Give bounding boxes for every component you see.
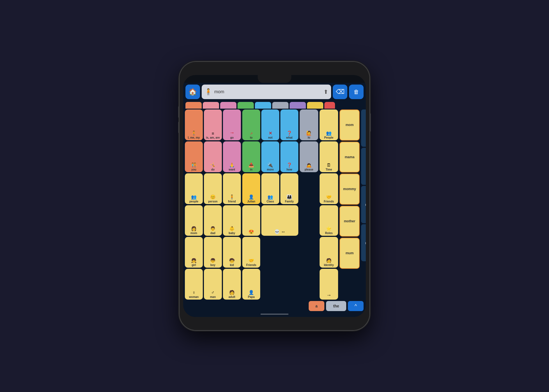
tile-boy[interactable]: 👦 boy — [204, 237, 222, 268]
tile-identity-category[interactable]: 🧑 Identity — [320, 237, 338, 268]
tile-people-category[interactable]: 👥 People — [320, 109, 338, 140]
more-icon: 🔌 — [267, 162, 273, 168]
tile-how[interactable]: ❓ how — [280, 141, 298, 172]
tile-emoji-skull[interactable]: 💀 ↔ — [261, 205, 298, 236]
tile-emoji-love[interactable]: 😍 — [242, 205, 260, 236]
family-icon: 👨‍👩‍👧 — [287, 194, 292, 200]
tile-to[interactable]: ↗ to — [242, 109, 260, 140]
tile-please[interactable]: 🙇 please — [300, 141, 318, 172]
suggestion-mama[interactable]: mama — [339, 142, 360, 173]
identity-category-icon: 🧑 — [326, 258, 332, 263]
category-tab-green[interactable] — [238, 102, 254, 109]
nav-up-icon: ^ — [355, 303, 357, 309]
what-icon: ❓ — [287, 130, 292, 136]
tile-papa[interactable]: 👤 Papa — [242, 269, 260, 300]
tile-person[interactable]: 😊 person — [204, 173, 222, 204]
word-moms-plural-label: moms' — [365, 241, 366, 245]
class-icon: 👥 — [267, 194, 273, 200]
tile-class[interactable]: 👥 Class — [261, 173, 279, 204]
tile-friends-middle-label: Friends — [246, 263, 256, 267]
tile-do[interactable]: 🤸 do — [204, 141, 222, 172]
suggestion-mama-label: mama — [345, 155, 355, 159]
tile-adult[interactable]: 🧑 adult — [223, 269, 241, 300]
category-tab-red[interactable] — [324, 102, 335, 109]
empty-cell-2 — [280, 237, 298, 268]
word-mom[interactable]: mom — [361, 109, 366, 147]
category-tab-pink2[interactable] — [220, 102, 236, 109]
empty-right-2 — [300, 205, 318, 236]
tile-friends-middle[interactable]: 🤝 Friends — [242, 237, 260, 268]
tile-what[interactable]: ❓ what — [280, 109, 298, 140]
tile-in[interactable]: 📥 in — [242, 141, 260, 172]
article-a-label: a — [315, 304, 318, 308]
tile-want[interactable]: 🙏 want — [223, 141, 241, 172]
backspace-button[interactable]: ⌫ — [333, 85, 347, 99]
tile-dad[interactable]: 👨 dad — [204, 205, 222, 236]
suggestion-mum[interactable]: mum — [339, 238, 360, 269]
article-a-tile[interactable]: a — [309, 301, 324, 311]
suggestion-mommy[interactable]: mommy — [339, 174, 360, 205]
empty-cell-3 — [261, 269, 279, 300]
tile-i-me-my[interactable]: 🧍 I, me, my — [185, 109, 203, 140]
tile-go[interactable]: → go — [223, 109, 241, 140]
tile-not[interactable]: ✕ not — [261, 109, 279, 140]
tile-papa-label: Papa — [248, 295, 255, 298]
category-tab-blue[interactable] — [255, 102, 271, 109]
tile-kid[interactable]: 🧒 kid — [223, 237, 241, 268]
tile-what-label: what — [286, 136, 293, 139]
word-moms[interactable]: moms — [361, 148, 366, 185]
tile-friends-category-label: Friends — [324, 200, 334, 203]
tile-baby[interactable]: 👶 baby — [223, 205, 241, 236]
nav-up-button[interactable]: ^ — [348, 301, 364, 311]
tile-not-label: not — [268, 136, 273, 139]
category-tab-pink[interactable] — [203, 102, 219, 109]
share-button[interactable]: ⬆ — [324, 88, 328, 95]
tile-family[interactable]: 👨‍👩‍👧 Family — [280, 173, 298, 204]
tile-you[interactable]: 🧑‍🤝‍🧑 you — [185, 141, 203, 172]
category-tab-purple[interactable] — [290, 102, 306, 109]
baby-icon: 👶 — [229, 226, 235, 231]
suggestion-mother-label: mother — [344, 219, 355, 223]
tile-people[interactable]: 👥 people — [185, 173, 203, 204]
tile-hi[interactable]: 🙋 hi — [300, 109, 318, 140]
tile-time-category[interactable]: 🗓 Time — [320, 141, 338, 172]
category-tab-gray[interactable] — [272, 102, 289, 109]
delete-icon: 🗑 — [353, 89, 359, 95]
delete-button[interactable]: 🗑 — [349, 85, 364, 99]
tile-friend[interactable]: 🧍 friend — [223, 173, 241, 204]
dad-icon: 👨 — [210, 226, 216, 231]
empty-right-1 — [300, 173, 318, 204]
tile-girl-label: girl — [192, 263, 196, 267]
tile-is-am-are[interactable]: = is, am, are — [204, 109, 222, 140]
home-button[interactable]: 🏠 — [185, 85, 200, 99]
papa-icon: 👤 — [248, 290, 254, 295]
friends-category-icon: 🤝 — [326, 194, 332, 200]
tile-girl[interactable]: 👧 girl — [185, 237, 203, 268]
want-icon: 🙏 — [229, 162, 235, 168]
tile-more[interactable]: 🔌 more — [261, 141, 279, 172]
tile-mom[interactable]: 👩 mom — [185, 205, 203, 236]
category-tab-yellow[interactable] — [307, 102, 323, 109]
tile-hi-label: hi — [308, 136, 310, 139]
tile-man[interactable]: ♂ man — [204, 269, 222, 300]
category-tab-orange[interactable] — [185, 102, 202, 109]
text-input-area[interactable]: 🧍 mom ⬆ — [202, 85, 331, 99]
suggestion-mom[interactable]: mom — [339, 109, 360, 141]
tile-arrow-category[interactable]: → — [320, 269, 338, 300]
word-moms-apostrophe[interactable]: mom's — [361, 186, 366, 223]
word-moms-plural[interactable]: moms' — [361, 224, 366, 262]
tile-roles-category[interactable]: ⭐ Roles — [320, 205, 338, 236]
adult-icon: 🧑 — [229, 290, 235, 295]
empty-cell-4 — [280, 269, 298, 300]
tile-is-am-are-label: is, am, are — [206, 136, 220, 139]
article-the-tile[interactable]: the — [326, 301, 346, 311]
tile-friends-category[interactable]: 🤝 Friends — [320, 173, 338, 204]
tile-identity-category-label: Identity — [324, 263, 334, 267]
home-icon: 🏠 — [189, 88, 197, 96]
tile-how-label: how — [287, 168, 292, 171]
tile-woman[interactable]: ♀ woman — [185, 269, 203, 300]
tile-julian[interactable]: 👤 Julian — [242, 173, 260, 204]
suggestion-mother[interactable]: mother — [339, 206, 360, 237]
please-icon: 🙇 — [306, 162, 312, 168]
input-text: mom — [214, 89, 321, 94]
